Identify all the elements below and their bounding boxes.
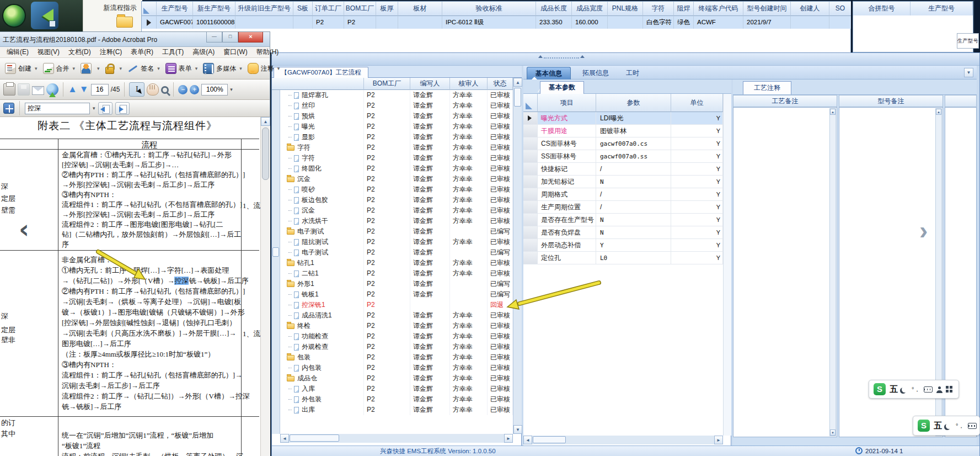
column-header-tree[interactable] xyxy=(272,78,364,90)
param-value[interactable]: / xyxy=(596,163,671,175)
scroll-thumb[interactable] xyxy=(533,436,566,443)
param-row[interactable]: CS面菲林号 gacwf007a0.cs Y xyxy=(523,137,723,150)
column-header[interactable]: 订单工厂 xyxy=(313,2,344,16)
scroll-thumb[interactable] xyxy=(290,434,339,442)
cell-value[interactable]: P2 xyxy=(313,16,344,29)
flow-row[interactable]: 字符 P2 谭金辉 方幸幸 已审核 xyxy=(280,153,513,163)
param-value[interactable]: / xyxy=(596,201,671,213)
upload-icon[interactable] xyxy=(46,83,58,96)
flow-row[interactable]: 出库 P2 谭金辉 方幸幸 已审核 xyxy=(280,405,513,415)
toolbar-button[interactable]: 注释 xyxy=(245,61,283,76)
param-horizontal-scrollbar[interactable]: ◄ ► xyxy=(523,436,723,444)
cell-value[interactable]: GACWF007A0 xyxy=(157,16,193,29)
scroll-left-icon[interactable]: ◄ xyxy=(523,436,532,444)
flow-row[interactable]: 钻孔1 P2 谭金辉 方幸幸 已审核 xyxy=(280,258,513,268)
flow-row[interactable]: 板边包胶 P2 谭金辉 方幸幸 已审核 xyxy=(280,195,513,205)
column-header[interactable]: 成品宽度 xyxy=(572,2,608,16)
flow-row[interactable]: 包装 P2 谭金辉 方幸幸 已审核 xyxy=(280,352,513,363)
param-value[interactable]: / xyxy=(596,188,671,200)
punctuation-mode-icon[interactable] xyxy=(902,386,908,393)
save-icon[interactable] xyxy=(18,83,30,96)
param-row[interactable]: 干膜用途 图镀菲林 Y xyxy=(523,125,723,137)
toolbar-button[interactable]: 合并 xyxy=(40,61,78,76)
find-dropdown-icon[interactable]: ▾ xyxy=(93,105,95,111)
grid-corner-cell[interactable] xyxy=(142,2,157,16)
param-row[interactable]: 是否有负焊盘 N Y xyxy=(523,226,723,239)
find-input[interactable] xyxy=(25,103,90,114)
column-header[interactable]: 型号创建时间 xyxy=(743,2,791,16)
flow-row[interactable]: 内包装 P2 谭金辉 方幸幸 已审核 xyxy=(280,363,513,373)
email-icon[interactable] xyxy=(32,86,44,95)
flow-row[interactable]: 喷砂 P2 谭金辉 方幸幸 已审核 xyxy=(280,184,513,195)
cell-value[interactable]: 233.350 xyxy=(536,16,572,29)
flow-row[interactable]: 丝印 P2 谭金辉 方幸幸 已审核 xyxy=(280,100,513,111)
column-header[interactable]: 升级前旧生产型号 xyxy=(235,2,293,16)
sogou-logo-icon[interactable]: S xyxy=(918,420,930,432)
column-header[interactable]: 合拼型号 xyxy=(853,2,911,16)
cell-value[interactable]: 10011600008572 xyxy=(193,16,235,29)
pdf-scrollbar[interactable]: ▲ xyxy=(260,117,270,456)
flow-row[interactable]: 功能检查 P2 谭金辉 方幸幸 已审核 xyxy=(280,331,513,342)
previous-page-icon[interactable]: ▲ xyxy=(68,83,77,96)
zoom-out-button[interactable]: − xyxy=(178,85,188,94)
flow-tab[interactable]: 【GACWF007A0】工艺流程 xyxy=(274,67,368,78)
param-value[interactable]: N xyxy=(596,176,671,188)
left-scrollbar[interactable] xyxy=(272,90,280,434)
row-header[interactable] xyxy=(523,163,538,175)
param-row[interactable]: 曝光方式 LDI曝光 Y xyxy=(523,112,723,125)
fit-page-icon[interactable] xyxy=(3,103,14,114)
soft-keyboard-icon[interactable] xyxy=(968,423,977,429)
column-header[interactable]: 阻焊 xyxy=(674,2,694,16)
column-header-unit[interactable]: 单位 xyxy=(671,94,723,112)
column-header[interactable]: 创建人 xyxy=(791,2,829,16)
cell-value[interactable] xyxy=(398,16,442,29)
scroll-up-icon[interactable]: ▲ xyxy=(261,117,270,126)
carousel-previous-icon[interactable]: ‹ xyxy=(19,214,29,244)
row-header[interactable] xyxy=(523,226,538,238)
flow-row[interactable]: 成品清洗1 P2 谭金辉 方幸幸 已审核 xyxy=(280,310,513,321)
param-row[interactable]: 定位孔 L0 Y xyxy=(523,252,723,264)
ime-mode-icon[interactable]: 五 xyxy=(890,384,898,395)
column-header[interactable]: 终端客户代码 xyxy=(694,2,743,16)
process-remark-body[interactable] xyxy=(733,107,837,437)
param-value[interactable]: N xyxy=(596,226,671,238)
column-header-param[interactable]: 参数 xyxy=(596,94,671,112)
param-corner-cell[interactable] xyxy=(523,94,538,112)
close-button[interactable]: × xyxy=(238,32,263,43)
select-tool-button[interactable]: I xyxy=(129,82,144,97)
flow-row[interactable]: 二钻1 P2 谭金辉 方幸幸 已审核 xyxy=(280,268,513,279)
flow-row[interactable]: 外包装 P2 谭金辉 方幸幸 已审核 xyxy=(280,394,513,405)
param-value[interactable]: L0 xyxy=(596,252,671,264)
zoom-level-input[interactable] xyxy=(201,84,228,96)
param-row[interactable]: 生产周期位置 / Y xyxy=(523,201,723,214)
maximize-button[interactable]: □ xyxy=(222,32,238,43)
marquee-zoom-icon[interactable] xyxy=(161,86,169,94)
header-process-remark[interactable]: 工艺备注 xyxy=(733,95,837,107)
flow-row[interactable]: 入库 P2 谭金辉 方幸幸 已审核 xyxy=(280,384,513,394)
row-header[interactable] xyxy=(523,239,538,251)
horizontal-scrollbar[interactable]: ◄ ► xyxy=(280,434,513,443)
tabstrip-dropdown-icon[interactable]: ▼ xyxy=(964,68,973,77)
scroll-down-icon[interactable]: ▼ xyxy=(830,430,836,436)
menu-item[interactable]: 工具(T) xyxy=(158,46,188,58)
soft-keyboard-icon[interactable] xyxy=(924,386,933,393)
flow-row[interactable]: 水洗烘干 P2 谭金辉 方幸幸 已审核 xyxy=(280,216,513,226)
toolbar-button[interactable]: 创建 xyxy=(2,61,40,76)
toolbar-button[interactable]: 表单 xyxy=(163,61,201,76)
scroll-right-icon[interactable]: ► xyxy=(504,434,513,443)
param-row[interactable]: 周期格式 / Y xyxy=(523,188,723,201)
scroll-up-icon[interactable]: ▲ xyxy=(936,109,941,115)
punctuation-mode-icon[interactable] xyxy=(946,423,952,429)
app-logo-icon[interactable] xyxy=(2,4,26,28)
punctuation-icon[interactable]: °， xyxy=(912,385,920,394)
flow-row[interactable]: 预烘 P2 谭金辉 方幸幸 已审核 xyxy=(280,111,513,121)
flow-row[interactable]: 外观检查 P2 谭金辉 方幸幸 已审核 xyxy=(280,342,513,352)
param-value[interactable]: 图镀菲林 xyxy=(596,125,671,137)
subtab-basic-params[interactable]: 基本参数 xyxy=(540,81,584,94)
flow-row[interactable]: 阻抗测试 P2 谭金辉 方幸幸 已审核 xyxy=(280,237,513,247)
tab-extended-info[interactable]: 拓展信息 xyxy=(576,67,615,79)
menu-item[interactable]: 窗口(W) xyxy=(219,46,251,58)
cell-value[interactable] xyxy=(293,16,313,29)
toolbar-button[interactable]: 多媒体 xyxy=(200,61,245,76)
param-scroll-track[interactable] xyxy=(723,94,731,436)
